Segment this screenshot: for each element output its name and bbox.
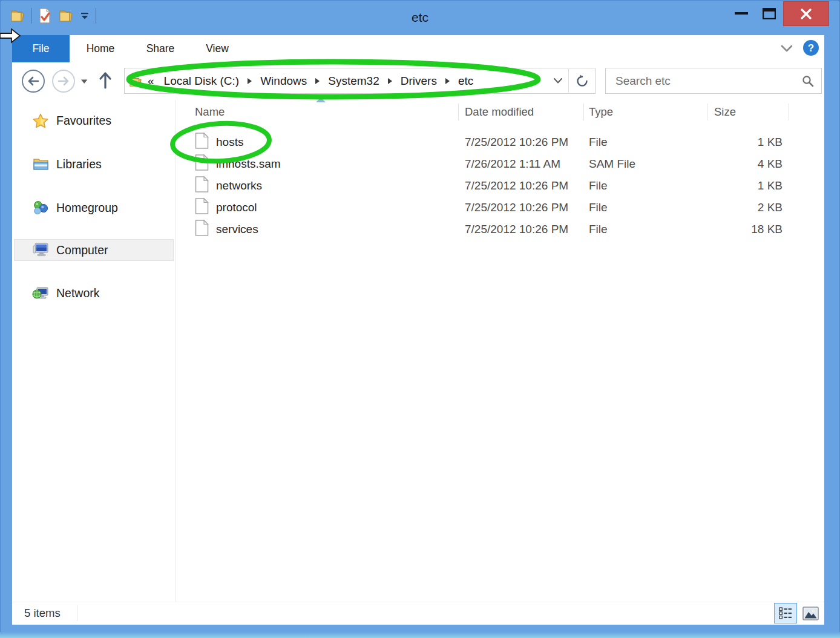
sidebar-item-label: Libraries xyxy=(56,157,102,171)
file-size: 2 KB xyxy=(707,201,783,214)
file-row-protocol[interactable]: protocol 7/25/2012 10:26 PM File 2 KB xyxy=(176,197,824,219)
close-button[interactable] xyxy=(783,1,829,26)
minimize-button[interactable] xyxy=(727,0,755,27)
refresh-button[interactable] xyxy=(568,69,595,93)
sidebar-item-libraries[interactable]: Libraries xyxy=(14,153,174,175)
column-divider[interactable] xyxy=(789,104,789,120)
sidebar-item-label: Computer xyxy=(56,243,108,257)
file-row-lmhosts[interactable]: lmhosts.sam 7/26/2012 1:11 AM SAM File 4… xyxy=(176,153,824,175)
file-size: 4 KB xyxy=(707,157,783,171)
file-size: 18 KB xyxy=(707,223,783,236)
status-bar: 5 items xyxy=(12,602,824,625)
file-name: networks xyxy=(216,179,262,192)
file-date: 7/25/2012 10:26 PM xyxy=(465,136,568,149)
window-title: etc xyxy=(0,0,840,35)
file-type: File xyxy=(589,201,608,214)
navigation-pane: Favourites Libraries xyxy=(12,100,176,602)
file-date: 7/25/2012 10:26 PM xyxy=(465,223,568,236)
file-row-services[interactable]: services 7/25/2012 10:26 PM File 18 KB xyxy=(176,219,824,240)
file-date: 7/26/2012 1:11 AM xyxy=(465,157,560,171)
sidebar-item-favourites[interactable]: Favourites xyxy=(14,110,174,131)
file-icon xyxy=(195,220,209,240)
file-date: 7/25/2012 10:26 PM xyxy=(465,201,568,214)
sidebar-item-network[interactable]: Network xyxy=(14,282,174,304)
close-icon xyxy=(800,8,812,20)
breadcrumb-segment-local-disk[interactable]: Local Disk (C:) xyxy=(162,73,241,89)
maximize-button[interactable] xyxy=(755,0,783,27)
breadcrumb-separator-icon[interactable] xyxy=(248,78,252,84)
column-header-type[interactable]: Type xyxy=(589,105,613,119)
file-name: services xyxy=(216,223,258,236)
search-button[interactable] xyxy=(795,75,821,87)
tab-share[interactable]: Share xyxy=(133,35,188,62)
tab-home-label: Home xyxy=(87,42,115,55)
tab-view[interactable]: View xyxy=(192,35,243,62)
address-bar[interactable]: « Local Disk (C:) Windows System32 Drive… xyxy=(124,68,596,94)
column-headers: Name Date modified Type Size xyxy=(176,100,824,125)
file-date: 7/25/2012 10:26 PM xyxy=(465,179,568,192)
tab-share-label: Share xyxy=(146,42,175,55)
breadcrumb-separator-icon[interactable] xyxy=(315,78,320,84)
column-header-size[interactable]: Size xyxy=(714,105,736,119)
file-icon xyxy=(195,133,209,153)
file-size: 1 KB xyxy=(707,179,783,192)
breadcrumb-separator-icon[interactable] xyxy=(445,78,450,84)
search-box xyxy=(605,68,822,94)
folder-icon xyxy=(129,75,142,87)
back-arrow-icon xyxy=(27,76,39,86)
breadcrumb-segment-etc[interactable]: etc xyxy=(456,73,475,89)
details-view-button[interactable] xyxy=(774,603,797,623)
back-button[interactable] xyxy=(22,70,45,93)
chevron-down-icon xyxy=(781,45,793,52)
sidebar-item-label: Network xyxy=(56,286,100,300)
breadcrumb-segment-windows[interactable]: Windows xyxy=(258,73,309,89)
help-button[interactable]: ? xyxy=(802,39,819,59)
computer-icon xyxy=(32,242,49,258)
items-count: 5 items xyxy=(24,607,61,620)
recent-locations-button[interactable] xyxy=(80,76,88,87)
address-dropdown-button[interactable] xyxy=(548,69,568,93)
sidebar-item-label: Favourites xyxy=(56,114,111,128)
breadcrumb-segment-system32[interactable]: System32 xyxy=(326,73,381,89)
breadcrumb-collapsed[interactable]: « xyxy=(146,73,156,89)
column-divider[interactable] xyxy=(707,104,707,120)
minimize-icon xyxy=(735,12,748,15)
up-button[interactable] xyxy=(98,71,113,91)
file-icon xyxy=(195,198,209,218)
sidebar-item-computer[interactable]: Computer xyxy=(14,239,174,261)
tab-view-label: View xyxy=(206,42,229,55)
navigation-bar: « Local Disk (C:) Windows System32 Drive… xyxy=(12,62,824,100)
column-divider[interactable] xyxy=(583,104,584,120)
explorer-window: etc File Home Share View xyxy=(0,0,840,638)
breadcrumb-separator-icon[interactable] xyxy=(388,78,392,84)
file-size: 1 KB xyxy=(707,136,783,149)
file-row-hosts[interactable]: hosts 7/25/2012 10:26 PM File 1 KB xyxy=(176,131,824,153)
file-icon xyxy=(195,154,209,174)
search-input[interactable] xyxy=(606,74,795,88)
minimize-ribbon-button[interactable] xyxy=(781,44,793,54)
file-list: Name Date modified Type Size hosts 7/25/… xyxy=(176,100,824,602)
libraries-icon xyxy=(32,156,49,172)
svg-text:?: ? xyxy=(808,42,814,54)
tab-file-label: File xyxy=(32,42,49,55)
column-header-name[interactable]: Name xyxy=(195,105,225,119)
title-bar: etc xyxy=(0,0,840,35)
breadcrumb: « Local Disk (C:) Windows System32 Drive… xyxy=(142,73,548,89)
sidebar-item-homegroup[interactable]: Homegroup xyxy=(14,197,174,219)
tab-home[interactable]: Home xyxy=(74,35,126,62)
file-name: lmhosts.sam xyxy=(216,157,281,171)
search-icon xyxy=(802,75,814,87)
forward-button[interactable] xyxy=(52,70,75,93)
column-header-date-modified[interactable]: Date modified xyxy=(465,105,534,119)
column-divider[interactable] xyxy=(458,104,459,120)
forward-arrow-icon xyxy=(57,76,70,86)
tab-file[interactable]: File xyxy=(12,35,70,62)
details-view-icon xyxy=(779,607,792,619)
file-row-networks[interactable]: networks 7/25/2012 10:26 PM File 1 KB xyxy=(176,175,824,197)
chevron-down-icon xyxy=(554,78,562,84)
maximize-icon xyxy=(763,8,776,19)
file-type: File xyxy=(589,179,608,192)
ribbon-tab-bar: File Home Share View ? xyxy=(12,35,824,63)
large-icons-view-button[interactable] xyxy=(801,604,819,622)
breadcrumb-segment-drivers[interactable]: Drivers xyxy=(399,73,439,89)
